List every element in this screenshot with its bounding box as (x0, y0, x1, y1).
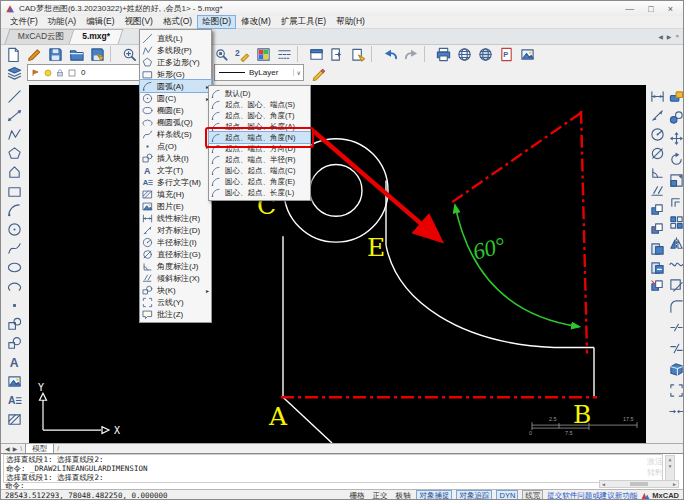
draw-menu-item-角度标注(J)[interactable]: 角度标注(J) (140, 260, 211, 272)
scale-button[interactable] (666, 171, 684, 190)
draw-menu-item-云线(Y)[interactable]: 云线(Y) (140, 296, 211, 308)
break-button[interactable] (666, 318, 684, 337)
feedback-link[interactable]: 提交软件问题或建议新功能 (547, 491, 637, 500)
arc-submenu-item-起点、端点、半径(R)[interactable]: 起点、端点、半径(R) (209, 154, 310, 165)
point-button[interactable] (2, 296, 26, 315)
status-toggle-对象捕捉[interactable]: 对象捕捉 (416, 490, 452, 500)
fillet-button[interactable] (666, 297, 684, 316)
draw-menu-item-直径标注(G)[interactable]: 直径标注(G) (140, 248, 211, 260)
arc-submenu-item-起点、圆心、角度(T)[interactable]: 起点、圆心、角度(T) (209, 110, 310, 121)
doc-tab-MxCAD云图[interactable]: MxCAD云图 (5, 29, 78, 44)
mirror-button[interactable] (666, 234, 684, 253)
globe-button[interactable] (454, 44, 474, 64)
circle-button[interactable] (2, 220, 26, 239)
arc-submenu-item-圆心、起点、端点(C)[interactable]: 圆心、起点、端点(C) (209, 165, 310, 176)
offset-button[interactable] (666, 192, 684, 211)
arc-submenu-item-圆心、起点、长度(L)[interactable]: 圆心、起点、长度(L) (209, 187, 310, 198)
draw-menu-item-块(K)[interactable]: 块(K)▸ (140, 284, 211, 296)
menubar-item-帮助(H)[interactable]: 帮助(H) (331, 15, 370, 29)
draw-menu-item-直线(L)[interactable]: 直线(L) (140, 32, 211, 44)
tab-model[interactable]: 模型 (25, 444, 54, 454)
export-button[interactable] (327, 44, 347, 64)
linetype-button[interactable] (274, 44, 294, 64)
arc-submenu-item-起点、端点、方向(D)[interactable]: 起点、端点、方向(D) (209, 143, 310, 154)
insblock-button[interactable] (2, 315, 26, 334)
draw-menu-item-矩形(G)[interactable]: 矩形(G) (140, 68, 211, 80)
pasteclip-button[interactable] (647, 239, 667, 258)
arc-submenu-item-起点、圆心、长度(A)[interactable]: 起点、圆心、长度(A) (209, 121, 310, 132)
draw-menu-item-正多边形(Y)[interactable]: 正多边形(Y) (140, 56, 211, 68)
palette-button[interactable] (253, 44, 273, 64)
pencil2-button[interactable]: 2 (232, 44, 252, 64)
draw-menu-item-对齐标注(D)[interactable]: 对齐标注(D) (140, 224, 211, 236)
draw-menu-item-椭圆弧(Q)[interactable]: 椭圆弧(Q) (140, 116, 211, 128)
folder-button[interactable] (66, 44, 86, 64)
close-button[interactable]: × (668, 4, 673, 14)
layout-prev-arrow[interactable]: ◀ (5, 445, 10, 452)
layout-next-arrow[interactable]: ▶ (13, 445, 18, 452)
command-scrollbar-vertical[interactable]: ▲▼ (665, 455, 675, 482)
globe2-button[interactable] (475, 44, 495, 64)
pline-button[interactable] (2, 125, 26, 144)
pasteblock-button[interactable] (647, 258, 667, 277)
redo-button[interactable] (401, 44, 421, 64)
arc-submenu-item-圆心、起点、角度(E)[interactable]: 圆心、起点、角度(E) (209, 176, 310, 187)
draw-menu-item-批注(Z)[interactable]: 批注(Z) (140, 308, 211, 320)
save-button[interactable] (45, 44, 65, 64)
draw-menu-item-插入块(I)[interactable]: 插入块(I) (140, 152, 211, 164)
menubar-item-修改(M)[interactable]: 修改(M) (236, 15, 276, 29)
arc-button[interactable] (2, 201, 26, 220)
array-button[interactable] (666, 213, 684, 232)
ellipse-button[interactable] (2, 258, 26, 277)
draw-pencil-button[interactable] (308, 63, 328, 83)
status-toggle-正交[interactable]: 正交 (370, 491, 389, 500)
wave-button[interactable] (666, 255, 684, 274)
revcloud-button[interactable] (666, 381, 684, 400)
line-button[interactable] (2, 87, 26, 106)
copyobj-button[interactable] (666, 108, 684, 127)
polygon2-button[interactable] (2, 163, 26, 182)
block-button[interactable] (2, 334, 26, 353)
status-toggle-栅格[interactable]: 栅格 (347, 491, 366, 500)
linetype-combo[interactable]: ByLayer ∨ (214, 64, 304, 81)
tab-nav-control[interactable]: ▶ (667, 33, 672, 40)
draw-menu-item-圆弧(A)[interactable]: 圆弧(A)▸ (140, 80, 211, 92)
draw-menu-item-点(O)[interactable]: 点(O)▸ (140, 140, 211, 152)
rect-button[interactable] (2, 182, 26, 201)
draw-menu-item-多线段(P)[interactable]: 多线段(P) (140, 44, 211, 56)
scroll-thumb[interactable] (630, 482, 648, 486)
print-button[interactable] (433, 44, 453, 64)
spline-button[interactable] (2, 239, 26, 258)
layer-manager-button[interactable] (4, 63, 24, 83)
status-toggle-线宽[interactable]: 线宽 (522, 490, 543, 500)
saveas-button[interactable] (87, 44, 107, 64)
draw-menu-item-图片(E)[interactable]: 图片(E) (140, 200, 211, 212)
dimaln-button[interactable] (647, 106, 667, 125)
tab-nav-control[interactable]: × (675, 33, 679, 40)
zoomobj-button[interactable] (211, 44, 231, 64)
command-history[interactable]: 选择直线段1: 选择直线段2:命令: _DRAW2LINEANGULARDIME… (3, 454, 663, 483)
erase-button[interactable] (666, 87, 684, 106)
move-button[interactable] (666, 129, 684, 148)
maximize-button[interactable]: □ (648, 4, 653, 14)
copybase-button[interactable] (647, 220, 667, 239)
draw-menu-item-样条线(S)[interactable]: 样条线(S) (140, 128, 211, 140)
dialog-button[interactable] (306, 44, 326, 64)
draw-menu-item-线性标注(R)[interactable]: 线性标注(R) (140, 212, 211, 224)
status-toggle-DYN[interactable]: DYN (496, 490, 518, 500)
trimrect-button[interactable] (666, 276, 684, 295)
tab-nav-control[interactable]: ◀ (658, 33, 663, 40)
rotate-button[interactable] (666, 150, 684, 169)
draw-menu-item-文字(T)[interactable]: A文字(T) (140, 164, 211, 176)
stamp-button[interactable] (348, 44, 368, 64)
dimobl-button[interactable] (647, 182, 667, 201)
minimize-button[interactable]: — (625, 4, 634, 14)
draw-menu-item-半径标注(I)[interactable]: 半径标注(I) (140, 236, 211, 248)
break2-button[interactable] (666, 339, 684, 358)
menubar-item-功能(A)[interactable]: 功能(A) (43, 15, 81, 29)
arc-submenu-item-默认(D)[interactable]: 默认(D) (209, 88, 310, 99)
image-button[interactable] (517, 44, 537, 64)
arc-submenu-item-起点、端点、角度(N)[interactable]: 起点、端点、角度(N) (209, 132, 310, 143)
menubar-item-编辑(E)[interactable]: 编辑(E) (81, 15, 119, 29)
menubar-item-格式(O)[interactable]: 格式(O) (158, 15, 197, 29)
